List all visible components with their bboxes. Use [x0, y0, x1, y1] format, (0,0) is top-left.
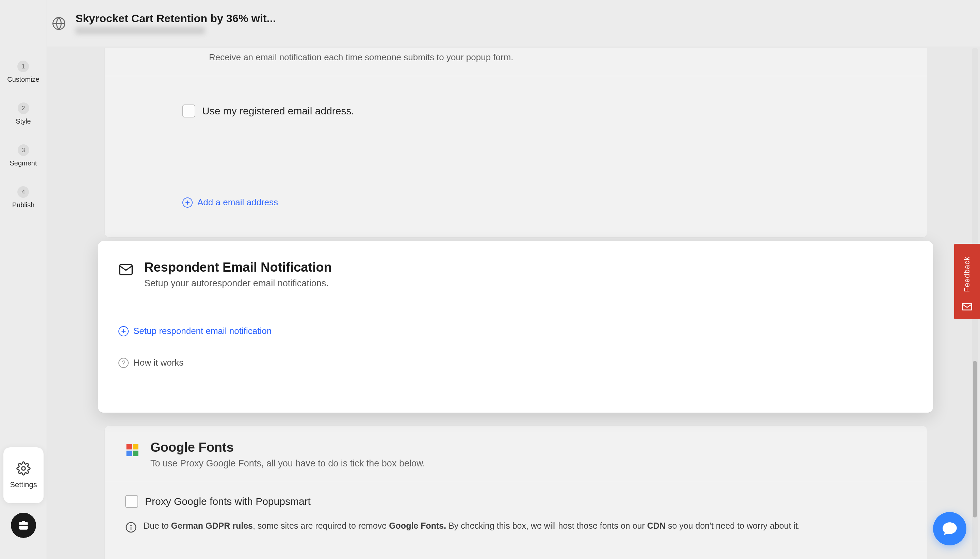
svg-rect-5	[133, 444, 139, 450]
settings-button[interactable]: Settings	[3, 447, 44, 503]
nav-step-label: Style	[16, 117, 31, 125]
help-circle-icon: ?	[119, 358, 129, 368]
how-it-works-link[interactable]: ? How it works	[119, 357, 912, 368]
email-notification-card: Receive an email notification each time …	[104, 48, 927, 238]
feedback-label: Feedback	[963, 256, 972, 292]
nav-step-number: 2	[18, 103, 29, 114]
nav-step-style[interactable]: 2 Style	[16, 103, 31, 125]
proxy-fonts-checkbox-row[interactable]: Proxy Google fonts with Popupsmart	[105, 482, 927, 520]
svg-rect-7	[133, 451, 139, 456]
gear-icon	[16, 461, 31, 476]
page-title: Skyrocket Cart Retention by 36% wit...	[76, 12, 276, 25]
card-description: Setup your autoresponder email notificat…	[144, 278, 332, 289]
nav-step-publish[interactable]: 4 Publish	[12, 186, 35, 209]
google-fonts-icon	[125, 443, 140, 457]
nav-step-customize[interactable]: 1 Customize	[7, 61, 39, 83]
svg-rect-4	[127, 444, 132, 450]
nav-step-number: 3	[18, 144, 29, 156]
card-title: Respondent Email Notification	[144, 260, 332, 275]
globe-icon	[52, 17, 66, 31]
app-header: Skyrocket Cart Retention by 36% wit...	[0, 0, 980, 47]
checkbox-icon[interactable]	[182, 104, 195, 117]
card-title: Google Fonts	[150, 440, 425, 455]
chat-icon	[941, 520, 958, 537]
checkbox-icon[interactable]	[125, 495, 138, 508]
info-icon	[125, 521, 137, 533]
nav-step-number: 1	[17, 61, 29, 72]
nav-step-label: Customize	[7, 76, 39, 83]
card-body: + Setup respondent email notification ? …	[98, 303, 933, 382]
header-subtitle-redacted	[76, 27, 205, 35]
envelope-icon	[961, 300, 973, 313]
checkbox-label: Proxy Google fonts with Popupsmart	[145, 496, 311, 507]
workspace-button[interactable]	[11, 513, 36, 538]
registered-email-checkbox-row[interactable]: Use my registered email address.	[182, 104, 354, 117]
mail-icon	[119, 262, 134, 277]
nav-step-label: Publish	[12, 201, 35, 209]
respondent-notification-card: Respondent Email Notification Setup your…	[98, 241, 933, 413]
checkbox-label: Use my registered email address.	[202, 105, 354, 117]
card-header: Google Fonts To use Proxy Google Fonts, …	[105, 426, 927, 482]
chat-widget-button[interactable]	[933, 512, 967, 546]
settings-label: Settings	[10, 480, 37, 489]
plus-circle-icon: +	[182, 197, 193, 208]
scrollbar-thumb[interactable]	[973, 361, 977, 518]
svg-point-2	[22, 467, 26, 470]
add-email-link[interactable]: + Add a email address	[182, 197, 278, 208]
divider	[105, 76, 927, 76]
card-description: Receive an email notification each time …	[209, 52, 513, 63]
add-email-label: Add a email address	[197, 197, 278, 208]
gdpr-info-text: Due to German GDPR rules, some sites are…	[144, 521, 800, 531]
card-header: Respondent Email Notification Setup your…	[98, 241, 933, 303]
help-label: How it works	[134, 357, 183, 368]
setup-respondent-link[interactable]: + Setup respondent email notification	[119, 326, 912, 336]
briefcase-icon	[17, 519, 30, 532]
svg-rect-6	[127, 451, 132, 456]
svg-rect-11	[963, 303, 972, 310]
nav-step-segment[interactable]: 3 Segment	[10, 144, 37, 167]
setup-label: Setup respondent email notification	[134, 326, 272, 336]
main-content: Receive an email notification each time …	[48, 48, 980, 559]
plus-circle-icon: +	[119, 326, 129, 336]
nav-step-number: 4	[17, 186, 29, 198]
gdpr-info-row: Due to German GDPR rules, some sites are…	[105, 520, 927, 534]
header-titles: Skyrocket Cart Retention by 36% wit...	[76, 12, 276, 35]
card-description: To use Proxy Google Fonts, all you have …	[150, 458, 425, 469]
google-fonts-card: Google Fonts To use Proxy Google Fonts, …	[104, 425, 927, 559]
feedback-tab[interactable]: Feedback	[954, 244, 980, 319]
nav-step-label: Segment	[10, 159, 37, 167]
